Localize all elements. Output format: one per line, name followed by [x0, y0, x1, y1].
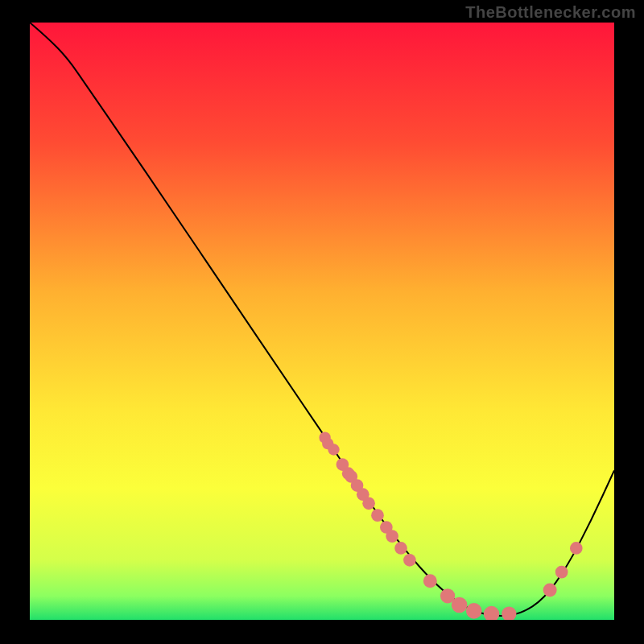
chart-container: TheBottlenecker.com — [0, 0, 644, 644]
watermark-text: TheBottlenecker.com — [465, 3, 636, 22]
data-marker — [371, 509, 384, 522]
data-marker — [328, 444, 339, 455]
chart-background — [30, 23, 614, 620]
data-marker — [394, 542, 407, 555]
data-marker — [423, 574, 437, 588]
data-marker — [386, 530, 398, 543]
data-marker — [543, 583, 557, 597]
data-marker — [452, 597, 468, 613]
data-marker — [362, 497, 375, 510]
data-marker — [403, 554, 416, 567]
data-marker — [466, 603, 482, 619]
data-marker — [555, 566, 568, 579]
bottleneck-chart — [30, 23, 614, 620]
data-marker — [570, 542, 583, 555]
